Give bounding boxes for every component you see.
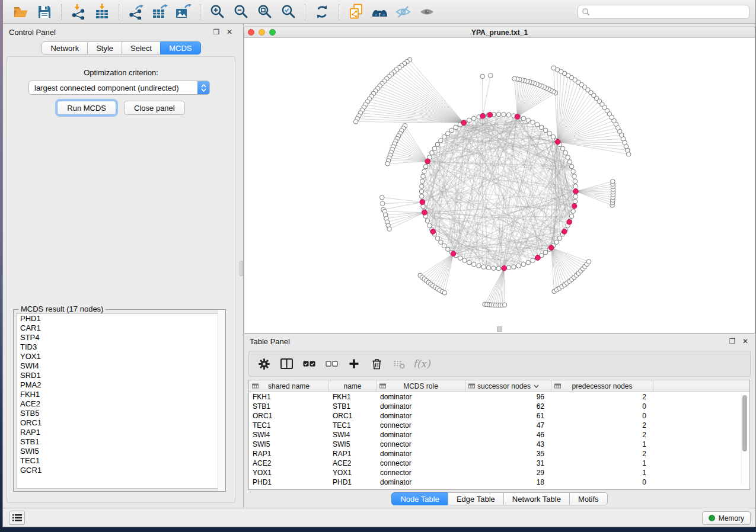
- canvas-resize-handle[interactable]: [497, 326, 502, 332]
- mcds-result-node[interactable]: YOX1: [17, 352, 222, 361]
- table-row[interactable]: FKH1 FKH1 dominator 96 2: [249, 392, 749, 402]
- zoom-fit-button[interactable]: [253, 2, 276, 21]
- table-row[interactable]: ORC1 ORC1 dominator 61 0: [249, 411, 749, 421]
- mcds-result-node[interactable]: SRD1: [17, 371, 222, 380]
- hide-selected-button[interactable]: [391, 2, 415, 21]
- search-input[interactable]: [592, 8, 745, 16]
- mcds-result-node[interactable]: STB5: [17, 409, 222, 418]
- mcds-result-node[interactable]: PHD1: [17, 314, 222, 323]
- open-file-icon: [13, 5, 28, 19]
- mcds-result-node[interactable]: TEC1: [17, 456, 222, 466]
- mcds-result-node[interactable]: CAR1: [17, 323, 222, 333]
- zoom-out-button[interactable]: [229, 2, 253, 21]
- table-row[interactable]: SWI4 SWI4 dominator 46 2: [249, 430, 749, 440]
- table-scrollbar-thumb[interactable]: [742, 395, 747, 451]
- clone-network-icon: [349, 4, 363, 20]
- tab-motifs[interactable]: Motifs: [569, 492, 608, 505]
- export-image-icon: [175, 4, 192, 20]
- column-header-mcds-role[interactable]: MCDS role: [377, 380, 465, 392]
- show-all-button[interactable]: [415, 2, 439, 21]
- search-box[interactable]: [578, 5, 749, 19]
- table-body: FKH1 FKH1 dominator 96 2 STB1 STB1 domin…: [249, 392, 749, 487]
- import-table-button[interactable]: [90, 2, 114, 21]
- mcds-result-node[interactable]: STB1: [17, 437, 222, 447]
- column-header-predecessor-nodes[interactable]: predecessor nodes: [551, 380, 653, 392]
- mcds-result-node[interactable]: ORC1: [17, 418, 222, 428]
- splitter-handle[interactable]: [240, 261, 243, 276]
- table-scrollbar[interactable]: [741, 394, 748, 485]
- refresh-icon: [315, 5, 329, 19]
- zoom-selected-button[interactable]: [276, 2, 300, 21]
- table-row[interactable]: SWI5 SWI5 connector 43 1: [249, 440, 749, 449]
- mcds-result-node[interactable]: GCR1: [17, 466, 222, 475]
- mcds-result-node[interactable]: TID3: [17, 342, 222, 352]
- tab-style[interactable]: Style: [87, 41, 122, 55]
- select-all-button[interactable]: [300, 355, 318, 373]
- deselect-all-button[interactable]: [323, 355, 340, 373]
- close-panel-button[interactable]: Close panel: [124, 101, 185, 115]
- mcds-list-scrollbar[interactable]: [218, 310, 225, 491]
- memory-label: Memory: [719, 514, 744, 523]
- tab-network-table[interactable]: Network Table: [503, 492, 570, 505]
- criterion-select[interactable]: largest connected component (undirected): [28, 81, 210, 95]
- column-header-name[interactable]: name: [329, 380, 377, 392]
- task-history-button[interactable]: [9, 511, 25, 525]
- mcds-result-node[interactable]: RAP1: [17, 428, 222, 437]
- memory-button[interactable]: Memory: [702, 511, 751, 525]
- table-row[interactable]: STB1 STB1 dominator 62 0: [249, 402, 749, 411]
- tab-select[interactable]: Select: [122, 41, 161, 55]
- float-panel-icon[interactable]: ❐: [212, 28, 221, 36]
- table-row[interactable]: RAP1 RAP1 dominator 35 2: [249, 449, 749, 459]
- table-row[interactable]: PHD1 PHD1 dominator 18 0: [249, 477, 749, 487]
- tab-node-table[interactable]: Node Table: [391, 492, 448, 505]
- delete-table-button[interactable]: [390, 355, 408, 373]
- mcds-result-node[interactable]: SWI4: [17, 361, 222, 371]
- tab-mcds[interactable]: MCDS: [160, 41, 200, 55]
- table-row[interactable]: YOX1 YOX1 connector 29 1: [249, 468, 749, 477]
- run-mcds-button[interactable]: Run MCDS: [57, 101, 116, 115]
- settings-button[interactable]: [255, 355, 273, 373]
- mcds-result-node[interactable]: FKH1: [17, 390, 222, 399]
- column-header-shared-name[interactable]: shared name: [249, 380, 329, 392]
- mcds-result-node[interactable]: STP4: [17, 333, 222, 342]
- panel-splitter[interactable]: [240, 24, 244, 508]
- mcds-result-node[interactable]: PMA2: [17, 380, 222, 390]
- export-table-button[interactable]: [148, 2, 171, 21]
- split-panel-button[interactable]: [277, 355, 295, 373]
- delete-column-button[interactable]: [368, 355, 385, 373]
- mcds-tab-content: Optimization criterion: largest connecte…: [7, 56, 235, 503]
- close-panel-icon[interactable]: ✕: [225, 28, 234, 36]
- delete-table-icon: [393, 359, 406, 369]
- function-builder-button[interactable]: f(x): [413, 355, 430, 373]
- refresh-button[interactable]: [310, 2, 334, 21]
- table-row[interactable]: ACE2 ACE2 connector 31 1: [249, 459, 749, 468]
- network-canvas[interactable]: [244, 38, 755, 333]
- open-file-button[interactable]: [9, 2, 33, 21]
- network-graph[interactable]: [244, 38, 756, 333]
- column-header-successor-nodes[interactable]: successor nodes: [465, 380, 551, 392]
- clone-network-button[interactable]: [344, 2, 368, 21]
- tab-network[interactable]: Network: [42, 41, 88, 55]
- zoom-out-icon: [234, 4, 248, 19]
- table-column-icon: [252, 383, 259, 389]
- export-image-button[interactable]: [171, 2, 195, 21]
- chevron-up-down-icon: [197, 81, 209, 94]
- close-table-panel-icon[interactable]: ✕: [741, 337, 749, 345]
- memory-status-icon: [709, 515, 715, 521]
- mcds-result-node[interactable]: SWI5: [17, 447, 222, 456]
- export-network-button[interactable]: [124, 2, 148, 21]
- import-network-button[interactable]: [66, 2, 90, 21]
- float-table-panel-icon[interactable]: ❐: [728, 337, 736, 345]
- mcds-result-list[interactable]: PHD1CAR1STP4TID3YOX1SWI4SRD1PMA2FKH1ACE2…: [16, 313, 223, 489]
- first-neighbors-button[interactable]: [368, 2, 391, 21]
- save-session-button[interactable]: [33, 2, 56, 21]
- function-builder-icon: f(x): [413, 358, 430, 370]
- mcds-result-group: MCDS result (17 nodes) PHD1CAR1STP4TID3Y…: [13, 309, 226, 492]
- mcds-result-node[interactable]: ACE2: [17, 399, 222, 409]
- control-panel-tabs: Network Style Select MCDS: [3, 41, 240, 55]
- delete-column-icon: [372, 358, 382, 370]
- zoom-in-button[interactable]: [205, 2, 229, 21]
- tab-edge-table[interactable]: Edge Table: [448, 492, 504, 505]
- add-column-button[interactable]: [345, 355, 363, 373]
- table-row[interactable]: TEC1 TEC1 connector 47 2: [249, 421, 749, 430]
